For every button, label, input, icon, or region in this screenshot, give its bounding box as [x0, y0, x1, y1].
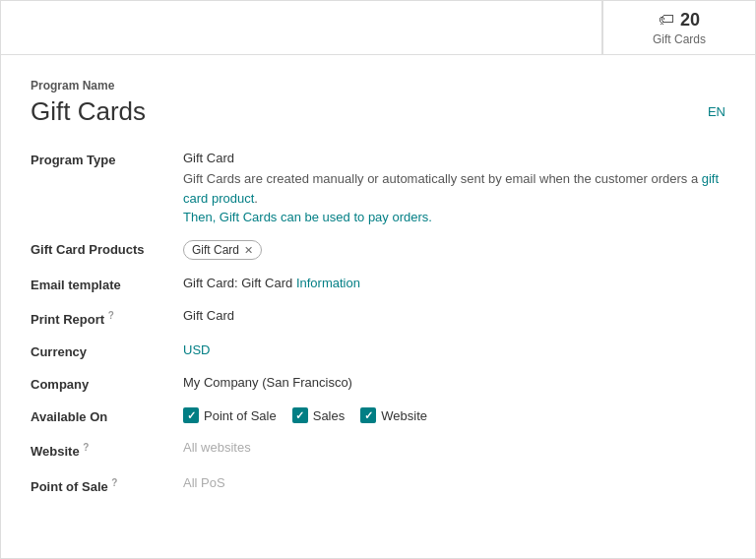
- form-row-currency: Currency USD: [31, 342, 725, 359]
- gift-card-header-label: Gift Cards: [653, 32, 706, 46]
- label-available-on: Available On: [31, 407, 183, 424]
- form-row-program-type: Program Type Gift Card Gift Cards are cr…: [31, 151, 725, 224]
- value-point-of-sale: All PoS: [183, 475, 725, 490]
- email-template-link[interactable]: Information: [296, 276, 360, 290]
- header-spacer: [1, 1, 602, 54]
- label-company: Company: [31, 375, 183, 392]
- company-value: My Company (San Francisco): [183, 375, 352, 390]
- checkbox-website[interactable]: [360, 407, 376, 423]
- label-email-template: Email template: [31, 276, 183, 292]
- language-badge[interactable]: EN: [708, 104, 725, 119]
- label-currency: Currency: [31, 342, 183, 359]
- header: 🏷 20 Gift Cards: [1, 1, 755, 55]
- value-print-report: Gift Card: [183, 308, 725, 323]
- checkbox-sales[interactable]: [292, 407, 308, 423]
- label-print-report: Print Report ?: [31, 308, 183, 327]
- label-website: Website ?: [31, 440, 183, 459]
- currency-link[interactable]: USD: [183, 342, 210, 357]
- value-gift-card-products: Gift Card ✕: [183, 240, 725, 260]
- pos-value: All PoS: [183, 475, 225, 490]
- program-type-value: Gift Card: [183, 151, 725, 165]
- print-report-value: Gift Card: [183, 308, 234, 323]
- program-type-desc2: Then, Gift Cards can be used to pay orde…: [183, 210, 725, 224]
- website-help-icon[interactable]: ?: [83, 442, 89, 453]
- email-template-prefix: Gift Card: Gift Card: [183, 276, 296, 290]
- print-report-help-icon[interactable]: ?: [108, 310, 114, 321]
- gift-card-tag-label: Gift Card: [192, 243, 239, 257]
- page-wrapper: 🏷 20 Gift Cards Program Name Gift Cards …: [0, 0, 756, 559]
- gift-card-count: 20: [680, 10, 700, 31]
- form-row-company: Company My Company (San Francisco): [31, 375, 725, 392]
- checkbox-item-pos: Point of Sale: [183, 407, 277, 423]
- checkbox-item-sales: Sales: [292, 407, 346, 423]
- checkbox-sales-label: Sales: [313, 408, 346, 423]
- tag-icon: 🏷: [659, 11, 674, 29]
- value-available-on: Point of Sale Sales Website: [183, 407, 725, 423]
- available-on-checkboxes: Point of Sale Sales Website: [183, 407, 725, 423]
- remove-tag-icon[interactable]: ✕: [244, 244, 253, 257]
- label-gift-card-products: Gift Card Products: [31, 240, 183, 257]
- checkbox-pos-label: Point of Sale: [204, 408, 277, 423]
- label-point-of-sale: Point of Sale ?: [31, 475, 183, 494]
- form-row-print-report: Print Report ? Gift Card: [31, 308, 725, 327]
- gift-card-tag[interactable]: Gift Card ✕: [183, 240, 262, 260]
- main-content: Program Name Gift Cards EN Program Type …: [1, 55, 755, 533]
- gift-card-product-link[interactable]: gift card product: [183, 171, 719, 206]
- pos-help-icon[interactable]: ?: [111, 477, 117, 488]
- website-value: All websites: [183, 440, 251, 455]
- form-row-gift-card-products: Gift Card Products Gift Card ✕: [31, 240, 725, 260]
- form-row-available-on: Available On Point of Sale Sales Website: [31, 407, 725, 424]
- program-name-label: Program Name: [31, 79, 725, 93]
- checkbox-pos[interactable]: [183, 407, 199, 423]
- label-program-type: Program Type: [31, 151, 183, 167]
- gift-cards-header-top: 🏷 20: [659, 10, 700, 31]
- checkbox-website-label: Website: [381, 408, 427, 423]
- program-title: Gift Cards: [31, 96, 146, 127]
- value-website: All websites: [183, 440, 725, 455]
- program-type-desc: Gift Cards are created manually or autom…: [183, 169, 725, 208]
- value-program-type: Gift Card Gift Cards are created manuall…: [183, 151, 725, 224]
- checkbox-item-website: Website: [360, 407, 427, 423]
- program-title-row: Gift Cards EN: [31, 96, 725, 127]
- value-currency: USD: [183, 342, 725, 357]
- form-row-email-template: Email template Gift Card: Gift Card Info…: [31, 276, 725, 292]
- gift-cards-header[interactable]: 🏷 20 Gift Cards: [602, 1, 755, 54]
- form-row-website: Website ? All websites: [31, 440, 725, 459]
- form-row-point-of-sale: Point of Sale ? All PoS: [31, 475, 725, 494]
- value-company: My Company (San Francisco): [183, 375, 725, 390]
- value-email-template: Gift Card: Gift Card Information: [183, 276, 725, 290]
